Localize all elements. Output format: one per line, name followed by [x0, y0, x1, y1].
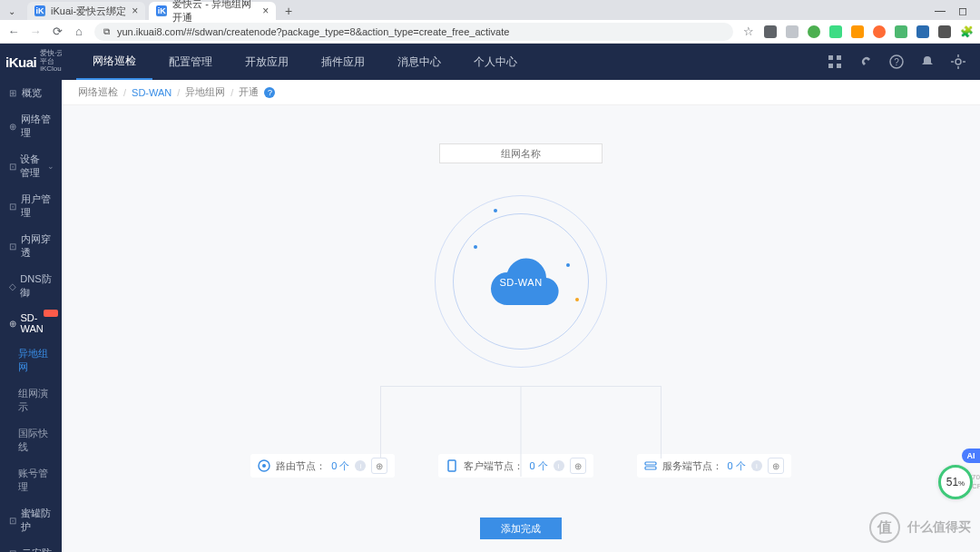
router-node-card: 路由节点： 0 个 i ⊕: [250, 454, 395, 478]
site-info-icon[interactable]: ⧉: [103, 26, 110, 37]
watermark-text: 什么值得买: [907, 519, 971, 536]
grid-icon[interactable]: [828, 54, 842, 69]
dot-icon: [566, 263, 570, 267]
cloud-icon: SD-WAN: [477, 252, 564, 310]
sidebar-item-users[interactable]: ⊡用户管理: [0, 186, 62, 226]
cloud-label: SD-WAN: [499, 277, 542, 288]
user-icon: ⊡: [9, 202, 17, 212]
device-icon: ⊡: [9, 162, 16, 172]
top-nav: 网络巡检 配置管理 开放应用 插件应用 消息中心 个人中心 ?: [62, 44, 980, 80]
bc-item-link[interactable]: SD-WAN: [132, 87, 172, 98]
help-icon[interactable]: ?: [889, 54, 904, 69]
bell-icon[interactable]: [920, 54, 935, 69]
dns-icon: ◇: [9, 281, 16, 291]
bc-sep: /: [230, 87, 233, 98]
tab-close-icon[interactable]: ×: [262, 5, 269, 17]
sidebar-item-account[interactable]: 账号管理: [0, 460, 62, 500]
tab-title: iKuai-爱快云绑定: [51, 5, 126, 18]
extension-icon[interactable]: [829, 25, 842, 38]
gauge-labels: 70 CPU 4: [972, 473, 980, 490]
url-text: yun.ikuai8.com/#/sdwan/createnode?packag…: [117, 26, 509, 37]
bc-item: 开通: [239, 85, 259, 99]
extension-icon[interactable]: [938, 25, 951, 38]
sidebar-item-overview[interactable]: ⊞概览: [0, 80, 62, 106]
nav-inspect[interactable]: 网络巡检: [76, 44, 152, 80]
bookmark-icon[interactable]: ☆: [742, 25, 755, 38]
content-area: SD-WAN 路由节点： 0 个 i ⊕ 客户端节点： 0 个 i ⊕: [62, 105, 980, 552]
reload-icon[interactable]: ⟳: [51, 25, 64, 38]
tab-favicon-icon: iK: [156, 5, 167, 16]
chevron-down-icon: ⌄: [47, 162, 54, 171]
sidebar-item-demo[interactable]: 组网演示: [0, 380, 62, 420]
back-icon[interactable]: ←: [7, 25, 20, 38]
sidebar-item-honeypot[interactable]: ⊡蜜罐防护: [0, 500, 62, 540]
extension-icon[interactable]: [786, 25, 799, 38]
add-node-button[interactable]: ⊕: [371, 458, 387, 474]
extension-icon[interactable]: [808, 25, 820, 38]
sidebar-item-device[interactable]: ⊡设备管理⌄: [0, 146, 62, 186]
home-icon[interactable]: ⌂: [73, 25, 85, 38]
forward-icon[interactable]: →: [29, 25, 42, 38]
extension-icon[interactable]: [895, 25, 907, 38]
sidebar-item-dns[interactable]: ◇DNS防御: [0, 266, 62, 306]
node-label: 客户端节点：: [464, 459, 524, 473]
info-icon[interactable]: i: [554, 460, 564, 471]
browser-tab-0[interactable]: iK iKuai-爱快云绑定 ×: [27, 2, 145, 20]
extension-icon[interactable]: [916, 25, 929, 38]
tab-title: 爱快云 - 异地组网开通: [172, 0, 257, 25]
link-icon[interactable]: [858, 54, 873, 69]
performance-gauge[interactable]: 51% 70 CPU 4: [938, 465, 973, 499]
nav-profile[interactable]: 个人中心: [457, 44, 534, 80]
tab-favicon-icon: iK: [34, 5, 45, 16]
gauge-value: 51: [946, 476, 958, 488]
nav-plugins[interactable]: 插件应用: [305, 44, 381, 80]
bc-item: 异地组网: [185, 85, 225, 99]
sdwan-icon: ⊕: [9, 319, 16, 329]
sidebar-item-remote-net[interactable]: 异地组网: [0, 340, 62, 380]
extension-icon[interactable]: [851, 25, 864, 38]
server-icon: [644, 459, 657, 472]
extension-icon[interactable]: [873, 25, 886, 38]
svg-point-6: [956, 59, 961, 64]
nav-apps[interactable]: 开放应用: [229, 44, 305, 80]
add-node-button[interactable]: ⊕: [570, 458, 586, 474]
extension-icon[interactable]: [764, 25, 777, 38]
sidebar-item-cloud-security[interactable]: ⊡云安防: [0, 540, 62, 552]
svg-rect-1: [837, 55, 841, 60]
url-input[interactable]: ⧉ yun.ikuai8.com/#/sdwan/createnode?pack…: [94, 23, 733, 41]
tab-close-icon[interactable]: ×: [132, 5, 138, 17]
sidebar-item-sdwan[interactable]: ⊕SD-WAN: [0, 306, 62, 340]
dot-icon: [575, 298, 579, 301]
submit-button[interactable]: 添加完成: [480, 518, 562, 539]
nav-config[interactable]: 配置管理: [152, 44, 229, 80]
sidebar-menu: ⊞概览 ⊕网络管理 ⊡设备管理⌄ ⊡用户管理 ⊡内网穿透 ◇DNS防御 ⊕SD-…: [0, 80, 62, 552]
sidebar-item-network[interactable]: ⊕网络管理: [0, 106, 62, 146]
sidebar-item-intl[interactable]: 国际快线: [0, 420, 62, 460]
settings-icon[interactable]: [951, 54, 965, 69]
new-tab-button[interactable]: +: [279, 4, 298, 18]
node-label: 路由节点：: [276, 459, 326, 473]
nav-messages[interactable]: 消息中心: [381, 44, 457, 80]
info-icon[interactable]: i: [355, 460, 366, 471]
svg-point-8: [262, 464, 266, 468]
logo-text: iKuai: [5, 54, 36, 70]
info-icon[interactable]: ?: [264, 87, 275, 98]
watermark: 值 什么值得买: [869, 512, 971, 543]
extension-puzzle-icon[interactable]: 🧩: [960, 25, 973, 38]
network-name-input[interactable]: [439, 143, 603, 163]
ai-badge[interactable]: AI: [962, 448, 980, 463]
svg-rect-3: [837, 64, 841, 68]
window-maximize-icon[interactable]: ◻: [958, 5, 967, 17]
bc-sep: /: [123, 87, 126, 98]
add-node-button[interactable]: ⊕: [768, 458, 784, 474]
window-minimize-icon[interactable]: —: [935, 5, 946, 17]
info-icon[interactable]: i: [751, 460, 762, 471]
sidebar-item-nat[interactable]: ⊡内网穿透: [0, 226, 62, 266]
svg-rect-2: [828, 64, 833, 68]
tab-dropdown[interactable]: ⌄: [4, 3, 20, 19]
diagram-lines: [380, 386, 662, 458]
dot-icon: [494, 209, 497, 212]
dot-icon: [474, 245, 477, 249]
browser-tab-1[interactable]: iK 爱快云 - 异地组网开通 ×: [149, 2, 276, 20]
svg-rect-11: [645, 467, 656, 469]
